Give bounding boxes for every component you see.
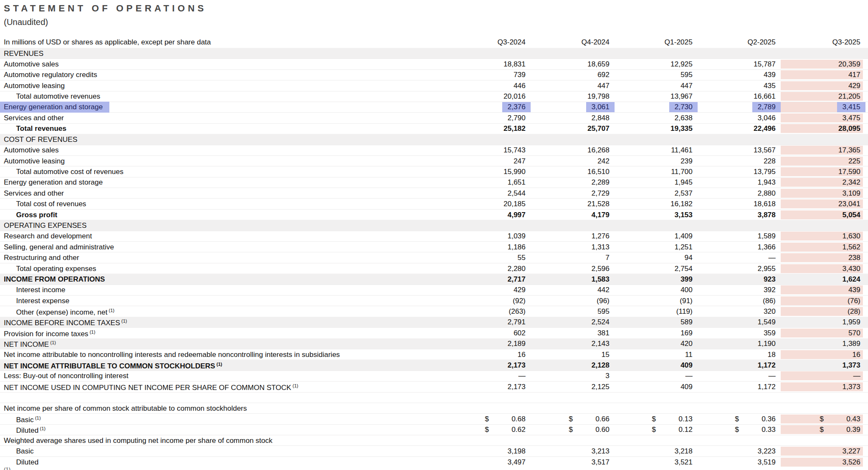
table-row: INCOME BEFORE INCOME TAXES (1)2,7912,524… xyxy=(0,317,868,327)
row-label: Less: Buy-out of noncontrolling interest xyxy=(0,371,442,380)
table-row xyxy=(0,392,868,403)
row-label: Total automotive cost of revenues xyxy=(0,167,442,176)
value-cell: 2,729 xyxy=(526,189,609,198)
row-label: OPERATING EXPENSES xyxy=(0,221,442,230)
row-label: Provision for income taxes (1) xyxy=(0,328,442,338)
value-cell: 2,537 xyxy=(609,189,693,198)
value-cell: 417 xyxy=(776,70,868,79)
value-cell: (91) xyxy=(609,296,693,305)
dollar-sign: $ xyxy=(569,415,573,423)
row-label: COST OF REVENUES xyxy=(0,135,442,144)
value-cell: 1,549 xyxy=(693,318,776,326)
currency-amount: 0.43 xyxy=(846,415,860,423)
value-cell: 18 xyxy=(693,350,776,359)
table-row: Total revenues25,18225,70719,33522,49628… xyxy=(0,123,868,134)
row-label: Automotive regulatory credits xyxy=(0,70,442,79)
value-cell: 2,754 xyxy=(609,264,693,273)
value-cell: 435 xyxy=(693,81,776,90)
table-row: Net income attributable to noncontrollin… xyxy=(0,349,868,359)
row-label: INCOME FROM OPERATIONS xyxy=(0,275,442,284)
value-cell: 1,589 xyxy=(693,232,776,241)
row-label: NET INCOME ATTRIBUTABLE TO COMMON STOCKH… xyxy=(0,360,442,370)
row-label: Automotive leasing xyxy=(0,157,442,166)
row-label: Net income attributable to noncontrollin… xyxy=(0,350,442,359)
value-cell: 2,955 xyxy=(693,264,776,273)
table-row: INCOME FROM OPERATIONS2,7171,5833999231,… xyxy=(0,274,868,284)
value-cell: 247 xyxy=(442,157,526,166)
value-cell: $0.43 xyxy=(776,415,868,423)
value-cell: 1,630 xyxy=(776,232,868,241)
page-title: STATEMENT OF OPERATIONS xyxy=(4,3,207,14)
row-label: Automotive sales xyxy=(0,146,442,155)
value-cell: 1,039 xyxy=(442,232,526,241)
footnote-marker: (1) xyxy=(34,415,41,420)
value-cell: 2,880 xyxy=(693,189,776,198)
value-cell: 17,590 xyxy=(776,167,868,176)
footnote-marker: (1) xyxy=(49,340,56,345)
value-cell: (76) xyxy=(776,296,868,305)
column-header-q3-2025: Q3-2025 xyxy=(776,38,868,47)
value-cell: 2,376 xyxy=(442,102,526,112)
row-label: Services and other xyxy=(0,113,442,122)
value-cell: 400 xyxy=(609,285,693,294)
table-row: Total operating expenses2,2802,5962,7542… xyxy=(0,263,868,274)
value-cell: 1,313 xyxy=(526,243,609,252)
value-cell: 169 xyxy=(609,329,693,337)
value-cell: $0.33 xyxy=(693,425,776,434)
value-cell: 359 xyxy=(693,329,776,337)
dollar-sign: $ xyxy=(569,425,573,434)
value-cell: 2,173 xyxy=(442,382,526,391)
row-label: NET INCOME USED IN COMPUTING NET INCOME … xyxy=(0,382,442,392)
value-cell: 442 xyxy=(526,285,609,294)
row-label: Automotive sales xyxy=(0,60,442,69)
table-row: Energy generation and storage2,3763,0612… xyxy=(0,102,868,112)
value-cell: 20,359 xyxy=(776,60,868,69)
value-cell: 1,624 xyxy=(776,275,868,284)
value-cell: 2,173 xyxy=(442,361,526,370)
value-cell: 602 xyxy=(442,329,526,337)
value-cell: 3,475 xyxy=(776,113,868,122)
row-label: NET INCOME (1) xyxy=(0,338,442,349)
value-cell: 13,567 xyxy=(693,146,776,155)
value-cell: 1,651 xyxy=(442,178,526,187)
table-row: Services and other2,5442,7292,5372,8803,… xyxy=(0,188,868,198)
value-cell: 420 xyxy=(609,339,693,348)
value-cell: 595 xyxy=(526,307,609,316)
currency-value: $0.62 xyxy=(485,425,526,434)
value-cell: 242 xyxy=(526,157,609,166)
value-cell: 3,218 xyxy=(609,447,693,456)
value-cell: 1,172 xyxy=(693,361,776,370)
value-cell: 446 xyxy=(442,81,526,90)
value-cell: — xyxy=(776,371,868,380)
value-cell: 23,041 xyxy=(776,199,868,208)
table-row: Automotive sales15,74316,26811,46113,567… xyxy=(0,145,868,155)
value-cell: 439 xyxy=(693,70,776,79)
value-cell: 3,153 xyxy=(609,210,693,219)
value-cell: (86) xyxy=(693,296,776,305)
table-row: Interest income429442400392439 xyxy=(0,285,868,295)
value-cell: 11,700 xyxy=(609,167,693,176)
table-row: Energy generation and storage1,6512,2891… xyxy=(0,177,868,188)
table-row: Gross profit4,9974,1793,1533,8785,054 xyxy=(0,209,868,220)
statement-of-operations-page: STATEMENT OF OPERATIONS (Unaudited) In m… xyxy=(0,0,868,470)
row-label: Diluted (1) xyxy=(0,424,442,435)
value-cell: 3,227 xyxy=(776,447,868,456)
table-row: Basic (1)$0.68$0.66$0.13$0.36$0.43 xyxy=(0,413,868,424)
value-cell: 2,848 xyxy=(526,113,609,122)
footnote-marker: (1) xyxy=(39,426,46,431)
row-label: Energy generation and storage xyxy=(0,178,442,187)
table-row: Diluted3,4973,5173,5213,5193,526 xyxy=(0,456,868,467)
value-cell: 3,517 xyxy=(526,458,609,467)
currency-value: $0.43 xyxy=(820,415,860,423)
row-label: Basic xyxy=(0,447,442,456)
value-cell: 923 xyxy=(693,275,776,284)
table-row: NET INCOME USED IN COMPUTING NET INCOME … xyxy=(0,381,868,392)
table-row: Automotive leasing446447447435429 xyxy=(0,80,868,91)
currency-amount: 0.33 xyxy=(762,425,776,434)
row-label: Total revenues xyxy=(0,124,442,133)
table-row: Less: Buy-out of noncontrolling interest… xyxy=(0,370,868,381)
value-cell: 11,461 xyxy=(609,146,693,155)
value-cell: $0.12 xyxy=(609,425,693,434)
value-cell: 3,526 xyxy=(776,458,868,467)
value-cell: 3 xyxy=(526,371,609,380)
